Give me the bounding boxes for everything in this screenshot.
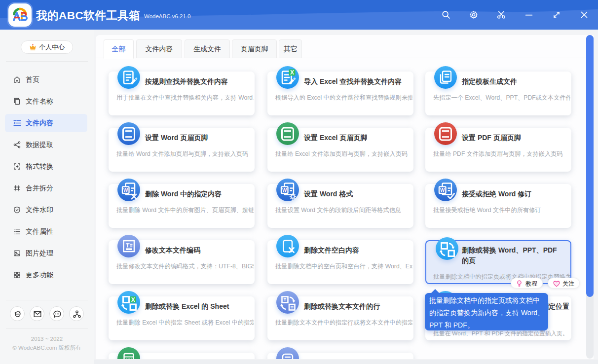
- svg-text:X: X: [290, 69, 294, 76]
- svg-text:W: W: [282, 187, 287, 193]
- svg-text:W: W: [123, 187, 128, 193]
- svg-text:X: X: [131, 296, 135, 303]
- svg-text:W: W: [440, 187, 445, 193]
